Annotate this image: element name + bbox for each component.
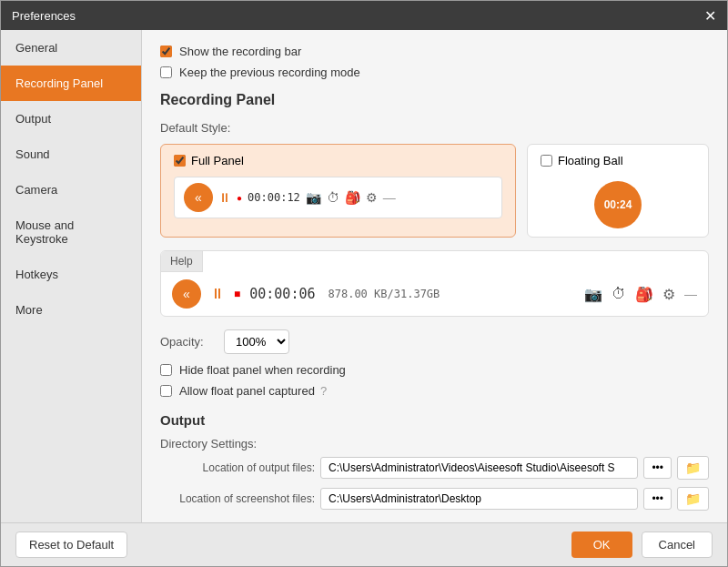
help-bar-rewind-btn[interactable]: « (172, 279, 201, 309)
screenshot-files-input[interactable] (320, 488, 638, 510)
full-panel-stop-icon: ● (237, 193, 242, 203)
allow-float-checkbox[interactable] (160, 385, 172, 397)
dir-settings-label: Directory Settings: (160, 437, 709, 451)
opacity-select[interactable]: 100% 90% 80% 70% 50% (224, 329, 289, 354)
floating-ball-card: Floating Ball 00:24 (527, 144, 709, 238)
help-bar-briefcase-icon[interactable]: 🎒 (635, 286, 653, 303)
full-panel-minus-icon[interactable]: — (383, 190, 396, 205)
screenshot-files-row: Location of screenshot files: ••• 📁 (160, 487, 709, 511)
ok-button[interactable]: OK (571, 532, 632, 558)
show-recording-bar-label: Show the recording bar (179, 45, 301, 58)
sidebar-item-recording-panel[interactable]: Recording Panel (1, 66, 141, 101)
opacity-label: Opacity: (160, 335, 215, 349)
output-files-dots-btn[interactable]: ••• (643, 457, 672, 479)
floating-ball-label: Floating Ball (558, 154, 623, 167)
full-panel-rewind-btn[interactable]: « (184, 183, 213, 212)
output-files-input[interactable] (320, 457, 638, 479)
floating-ball-checkbox[interactable] (541, 155, 552, 167)
hide-float-label: Hide float panel when recording (179, 363, 346, 377)
help-bar-stop-icon: ■ (234, 288, 240, 300)
help-bar-gear-icon[interactable]: ⚙ (662, 286, 675, 303)
titlebar: Preferences ✕ (1, 1, 727, 30)
help-bar-content: « ⏸ ■ 00:00:06 878.00 KB/31.37GB 📷 ⏱ 🎒 ⚙… (161, 272, 708, 316)
full-panel-bar: « ⏸ ● 00:00:12 📷 ⏱ 🎒 ⚙ — (174, 177, 502, 218)
sidebar-item-camera[interactable]: Camera (1, 172, 141, 208)
help-bar-minus-icon[interactable]: — (684, 287, 697, 301)
sidebar-item-hotkeys[interactable]: Hotkeys (1, 257, 141, 292)
reset-to-default-button[interactable]: Reset to Default (15, 532, 127, 558)
full-panel-label: Full Panel (191, 154, 244, 167)
full-panel-briefcase-icon[interactable]: 🎒 (345, 190, 360, 205)
output-section: Output Directory Settings: Location of o… (160, 412, 709, 511)
full-panel-gear-icon[interactable]: ⚙ (366, 190, 378, 205)
output-title: Output (160, 412, 709, 428)
ok-cancel-group: OK Cancel (571, 532, 713, 558)
content-area: Show the recording bar Keep the previous… (142, 30, 727, 522)
preferences-window: Preferences ✕ General Recording Panel Ou… (0, 0, 728, 567)
full-panel-camera-icon[interactable]: 📷 (306, 190, 321, 205)
full-panel-header: Full Panel (174, 154, 502, 167)
keep-previous-mode-label: Keep the previous recording mode (179, 66, 360, 79)
screenshot-files-dots-btn[interactable]: ••• (643, 488, 672, 510)
full-panel-clock-icon[interactable]: ⏱ (327, 190, 339, 205)
help-bar-time: 00:00:06 (249, 286, 315, 302)
floating-ball-time: 00:24 (594, 181, 642, 228)
window-title: Preferences (12, 9, 76, 23)
sidebar-item-output[interactable]: Output (1, 101, 141, 137)
show-recording-bar-checkbox[interactable] (160, 46, 172, 57)
sidebar: General Recording Panel Output Sound Cam… (1, 30, 142, 522)
default-style-label: Default Style: (160, 121, 709, 135)
help-bar: Help « ⏸ ■ 00:00:06 878.00 KB/31.37GB 📷 … (160, 250, 709, 317)
help-bar-label: Help (161, 251, 203, 272)
keep-previous-mode-row: Keep the previous recording mode (160, 66, 709, 79)
screenshot-files-folder-btn[interactable]: 📁 (677, 487, 709, 511)
floating-ball-display: 00:24 (541, 182, 695, 228)
help-bar-camera-icon[interactable]: 📷 (584, 286, 602, 303)
help-bar-size: 878.00 KB/31.37GB (329, 288, 440, 300)
opacity-row: Opacity: 100% 90% 80% 70% 50% (160, 329, 709, 354)
close-button[interactable]: ✕ (704, 7, 716, 25)
screenshot-files-label: Location of screenshot files: (160, 492, 315, 505)
help-bar-clock-icon[interactable]: ⏱ (612, 286, 626, 302)
cancel-button[interactable]: Cancel (642, 532, 713, 558)
allow-float-label: Allow float panel captured (179, 384, 315, 398)
allow-float-row: Allow float panel captured ? (160, 384, 709, 398)
style-options: Full Panel « ⏸ ● 00:00:12 📷 ⏱ 🎒 ⚙ — (160, 144, 709, 238)
output-files-label: Location of output files: (160, 461, 315, 474)
recording-panel-title: Recording Panel (160, 92, 709, 108)
keep-previous-mode-checkbox[interactable] (160, 66, 172, 78)
full-panel-card: Full Panel « ⏸ ● 00:00:12 📷 ⏱ 🎒 ⚙ — (160, 144, 516, 238)
allow-float-question-icon: ? (320, 384, 327, 398)
floating-ball-header: Floating Ball (541, 154, 623, 167)
output-files-row: Location of output files: ••• 📁 (160, 456, 709, 480)
hide-float-row: Hide float panel when recording (160, 363, 709, 377)
show-recording-bar-row: Show the recording bar (160, 45, 709, 58)
bottom-bar: Reset to Default OK Cancel (1, 522, 727, 566)
full-panel-pause-icon: ⏸ (218, 190, 231, 205)
main-layout: General Recording Panel Output Sound Cam… (1, 30, 727, 522)
sidebar-item-mouse-keystroke[interactable]: Mouse and Keystroke (1, 208, 141, 257)
full-panel-time: 00:00:12 (248, 191, 300, 204)
full-panel-checkbox[interactable] (174, 155, 186, 167)
sidebar-item-general[interactable]: General (1, 30, 141, 66)
output-files-folder-btn[interactable]: 📁 (677, 456, 709, 480)
help-bar-pause-icon: ⏸ (210, 286, 225, 302)
sidebar-item-more[interactable]: More (1, 292, 141, 328)
hide-float-checkbox[interactable] (160, 364, 172, 376)
sidebar-item-sound[interactable]: Sound (1, 137, 141, 172)
